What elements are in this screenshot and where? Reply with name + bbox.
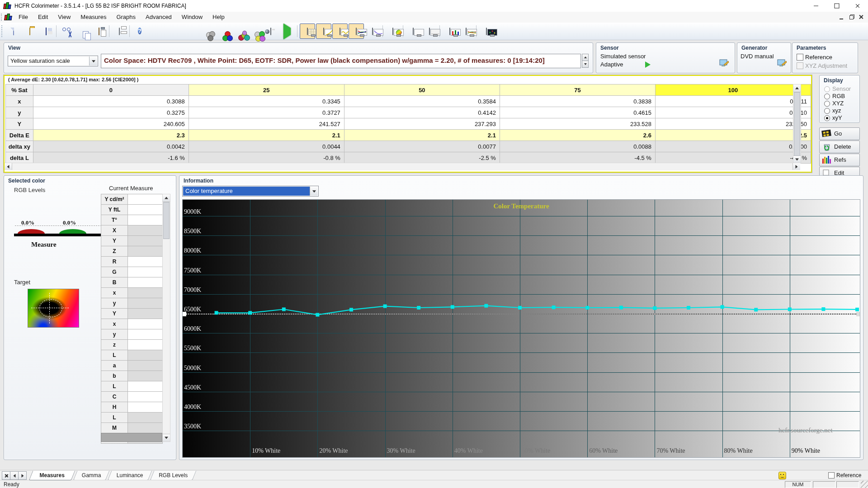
col-header-75[interactable]: 75 (500, 84, 655, 96)
view-mode-dropdown[interactable]: Yellow saturation scale (8, 56, 98, 66)
measure-cell[interactable]: 2.1 (189, 130, 344, 141)
measure-cell[interactable]: 0.4142 (344, 107, 500, 118)
prev-tab-button[interactable] (10, 471, 19, 480)
about-button[interactable]: ? (132, 23, 147, 39)
spin-down-button[interactable] (582, 61, 589, 68)
view-free-measures-button[interactable] (479, 23, 494, 39)
measure-cell[interactable]: -0.8 % (189, 152, 344, 164)
measure-cell[interactable]: 232.850 (655, 118, 811, 130)
delete-button[interactable]: Delete (819, 141, 860, 153)
tab-rgb-levels[interactable]: RGB Levels (150, 471, 196, 480)
measure-cell[interactable]: 0.0042 (33, 141, 189, 152)
information-dropdown[interactable]: Color temperature (182, 186, 319, 197)
cut-button[interactable] (59, 23, 74, 39)
go-button[interactable]: Go (819, 127, 860, 140)
measure-cell[interactable]: -2.5 % (344, 152, 500, 164)
view-luminance-chart-button[interactable] (332, 23, 348, 39)
statusbar-reference-checkbox[interactable] (828, 472, 835, 479)
col-header-0[interactable]: 0 (33, 84, 189, 96)
minimize-button[interactable] (806, 0, 826, 12)
measure-primaries-button[interactable] (214, 23, 230, 39)
measure-cell[interactable]: 0.0044 (189, 141, 344, 152)
current-measure-vscrollbar[interactable] (162, 194, 170, 442)
measure-cell[interactable]: -4.5 % (655, 152, 811, 164)
view-rgb-bars-button[interactable] (442, 23, 458, 39)
scroll-up-button[interactable] (793, 84, 801, 92)
measure-cell[interactable]: 0.3727 (189, 107, 344, 118)
menu-measures[interactable]: Measures (75, 12, 111, 23)
measures-table-hscrollbar[interactable] (5, 163, 800, 170)
tab-measures[interactable]: Measures (29, 471, 75, 480)
measure-cell[interactable]: 0.3275 (33, 107, 189, 118)
measures-table-vscrollbar[interactable] (793, 84, 801, 164)
view-cie-diagram-button[interactable] (385, 23, 401, 39)
view-tracking-button[interactable] (458, 23, 474, 39)
tab-gamma[interactable]: Gamma (73, 471, 109, 480)
vscroll-thumb[interactable] (794, 92, 800, 156)
measure-cell[interactable]: 0.4615 (500, 107, 655, 118)
menu-view[interactable]: View (53, 12, 75, 23)
measure-cell[interactable]: 0.3088 (33, 96, 189, 107)
view-rgb-levels-chart-button[interactable] (349, 23, 364, 39)
measure-cell[interactable]: 0.3838 (500, 96, 655, 107)
refs-button[interactable]: Refs (819, 154, 860, 166)
menu-graphs[interactable]: Graphs (111, 12, 141, 23)
spin-up-button[interactable] (582, 54, 589, 61)
close-button[interactable] (847, 0, 868, 12)
print-button[interactable] (112, 23, 127, 39)
information-dropdown-arrow[interactable] (310, 187, 318, 196)
measure-cell[interactable]: 241.527 (189, 118, 344, 130)
view-white-pattern-button[interactable] (406, 23, 421, 39)
mdi-minimize-button[interactable] (838, 14, 846, 21)
view-nearblack-chart-button[interactable] (365, 23, 380, 39)
menu-edit[interactable]: Edit (33, 12, 53, 23)
scroll-left-button[interactable] (5, 163, 12, 170)
cm-vscroll-thumb[interactable] (163, 202, 170, 239)
measure-cell[interactable]: 0.3584 (344, 96, 500, 107)
measure-cell[interactable]: 237.293 (344, 118, 500, 130)
measure-all-button[interactable] (247, 23, 262, 39)
tab-luminance[interactable]: Luminance (108, 471, 152, 480)
measure-cell[interactable]: 2.6 (500, 130, 655, 141)
paste-button[interactable] (91, 23, 107, 39)
measure-cell[interactable]: 0.3345 (189, 96, 344, 107)
display-radio-rgb[interactable] (824, 94, 830, 99)
measure-cell[interactable]: 0.0077 (344, 141, 500, 152)
measure-cell[interactable]: 2.1 (344, 130, 500, 141)
measure-cell[interactable]: 233.528 (500, 118, 655, 130)
view-measures-grid-button[interactable] (300, 23, 315, 39)
cm-scroll-down-button[interactable] (163, 434, 170, 441)
mdi-close-button[interactable] (857, 14, 865, 21)
menu-file[interactable]: File (14, 12, 33, 23)
resize-grip[interactable] (861, 481, 868, 488)
next-tab-button[interactable] (18, 471, 27, 480)
open-file-button[interactable] (22, 23, 38, 39)
view-black-pattern-button[interactable] (422, 23, 437, 39)
measure-cell[interactable]: 2.3 (33, 130, 189, 141)
measure-cell[interactable]: -4.5 % (500, 152, 655, 164)
reference-checkbox[interactable] (797, 54, 803, 61)
configure-sensor-icon[interactable] (719, 59, 729, 67)
display-radio-xyz[interactable] (824, 108, 830, 114)
measure-cell[interactable]: -1.6 % (33, 152, 189, 164)
measure-cell[interactable]: 0.5110 (655, 107, 811, 118)
close-tab-button[interactable] (2, 471, 10, 480)
col-header-50[interactable]: 50 (344, 84, 500, 96)
scroll-down-button[interactable] (793, 155, 801, 163)
scroll-right-button[interactable] (793, 163, 800, 170)
display-radio-xyz[interactable] (824, 101, 830, 107)
view-gamma-chart-button[interactable] (316, 23, 331, 39)
new-file-button[interactable] (6, 23, 21, 39)
measure-cell[interactable]: 240.605 (33, 118, 189, 130)
col-header-25[interactable]: 25 (189, 84, 344, 96)
measure-cell[interactable]: 0.0100 (655, 141, 811, 152)
menu-advanced[interactable]: Advanced (141, 12, 177, 23)
menu-help[interactable]: Help (208, 12, 230, 23)
sensor-settings-button[interactable] (198, 23, 213, 39)
view-mode-dropdown-arrow[interactable] (89, 56, 97, 66)
col-header-100[interactable]: 100 (655, 84, 811, 96)
run-measures-button[interactable] (279, 23, 295, 39)
copy-button[interactable] (75, 23, 90, 39)
menu-window[interactable]: Window (177, 12, 208, 23)
cm-scroll-up-button[interactable] (163, 194, 170, 202)
